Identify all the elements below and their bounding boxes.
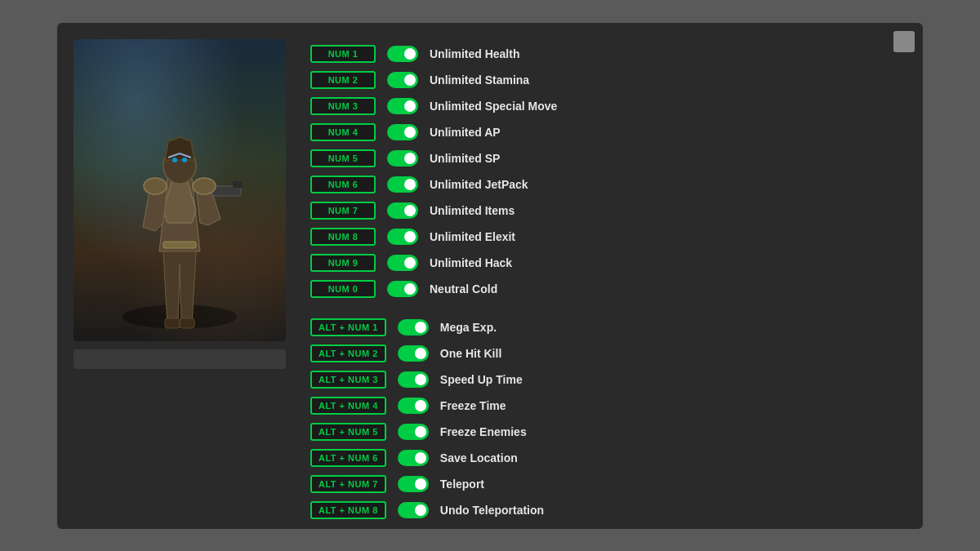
cheat-row: NUM 0 Neutral Cold xyxy=(310,278,906,300)
toggle-switch[interactable] xyxy=(387,124,418,140)
toggle-switch[interactable] xyxy=(398,371,429,388)
cheat-row: ALT + NUM 5 Freeze Enemies xyxy=(310,421,906,443)
key-badge[interactable]: ALT + NUM 5 xyxy=(310,423,386,441)
key-badge[interactable]: NUM 5 xyxy=(310,149,376,167)
cheat-row: NUM 9 Unlimited Hack xyxy=(310,252,906,274)
cheat-row: ALT + NUM 1 Mega Exp. xyxy=(310,317,906,339)
cheat-label: Unlimited Stamina xyxy=(430,73,529,87)
alt-cheats-section: ALT + NUM 1 Mega Exp. ALT + NUM 2 One Hi… xyxy=(310,317,906,522)
toggle-switch[interactable] xyxy=(387,229,418,245)
cheat-label: Freeze Enemies xyxy=(440,425,527,438)
cheat-row: NUM 5 Unlimited SP xyxy=(310,148,906,170)
toggle-switch[interactable] xyxy=(387,176,418,193)
svg-point-18 xyxy=(182,158,187,162)
cheat-row: NUM 1 Unlimited Health xyxy=(310,43,906,65)
toggle-switch[interactable] xyxy=(398,319,429,335)
key-badge[interactable]: NUM 3 xyxy=(310,97,376,115)
cheat-label: Freeze Time xyxy=(440,399,506,412)
toggle-switch[interactable] xyxy=(398,398,429,414)
cheat-row: ALT + NUM 7 Teleport xyxy=(310,473,906,495)
num-cheats-section: NUM 1 Unlimited Health NUM 2 Unlimited S… xyxy=(310,43,906,300)
svg-rect-12 xyxy=(165,318,180,328)
key-badge[interactable]: ALT + NUM 4 xyxy=(310,397,386,415)
key-badge[interactable]: ALT + NUM 2 xyxy=(310,344,386,362)
cheat-label: Unlimited JetPack xyxy=(430,178,528,191)
cheat-label: Unlimited Hack xyxy=(430,256,512,269)
key-badge[interactable]: ALT + NUM 7 xyxy=(310,475,386,493)
toggle-switch[interactable] xyxy=(387,150,418,167)
game-cover-image xyxy=(74,39,286,341)
toggle-switch[interactable] xyxy=(398,476,429,492)
cheat-row: ALT + NUM 2 One Hit Kill xyxy=(310,343,906,365)
key-badge[interactable]: NUM 1 xyxy=(310,45,376,63)
key-badge[interactable]: NUM 9 xyxy=(310,254,376,272)
key-badge[interactable]: ALT + NUM 3 xyxy=(310,371,386,389)
svg-rect-13 xyxy=(180,318,194,328)
cheat-label: Unlimited SP xyxy=(430,152,500,165)
cheat-label: Mega Exp. xyxy=(440,321,497,334)
key-badge[interactable]: ALT + NUM 1 xyxy=(310,318,386,336)
character-illustration xyxy=(106,104,253,333)
cheat-label: Speed Up Time xyxy=(440,373,523,386)
cheat-row: ALT + NUM 4 Freeze Time xyxy=(310,395,906,417)
key-badge[interactable]: NUM 6 xyxy=(310,176,376,193)
toggle-switch[interactable] xyxy=(398,502,429,518)
left-panel xyxy=(74,39,286,513)
toggle-switch[interactable] xyxy=(387,281,418,297)
svg-point-14 xyxy=(144,178,167,194)
cheat-row: ALT + NUM 8 Undo Teleportation xyxy=(310,500,906,522)
cheat-label: One Hit Kill xyxy=(440,347,501,360)
cheat-row: ALT + NUM 6 Save Location xyxy=(310,447,906,469)
cheat-row: NUM 2 Unlimited Stamina xyxy=(310,69,906,91)
cheat-label: Unlimited Health xyxy=(430,47,519,60)
cheat-row: NUM 4 Unlimited AP xyxy=(310,122,906,144)
cheat-row: NUM 3 Unlimited Special Move xyxy=(310,96,906,118)
cheat-label: Teleport xyxy=(440,478,484,491)
toggle-switch[interactable] xyxy=(387,255,418,271)
toggle-switch[interactable] xyxy=(398,450,429,466)
toggle-switch[interactable] xyxy=(398,345,429,362)
toggle-switch[interactable] xyxy=(387,72,418,88)
cheat-label: Unlimited AP xyxy=(430,126,501,139)
svg-rect-16 xyxy=(163,242,196,248)
key-badge[interactable]: NUM 0 xyxy=(310,280,376,298)
svg-point-17 xyxy=(172,158,177,162)
close-button[interactable] xyxy=(893,31,915,52)
key-badge[interactable]: NUM 2 xyxy=(310,71,376,89)
key-badge[interactable]: ALT + NUM 8 xyxy=(310,501,386,519)
cheat-label: Unlimited Elexit xyxy=(430,230,515,243)
cheat-row: NUM 7 Unlimited Items xyxy=(310,200,906,222)
key-badge[interactable]: NUM 7 xyxy=(310,202,376,220)
key-badge[interactable]: NUM 4 xyxy=(310,123,376,141)
svg-rect-10 xyxy=(233,181,243,188)
toggle-switch[interactable] xyxy=(387,98,418,114)
toggle-switch[interactable] xyxy=(387,46,418,62)
key-badge[interactable]: ALT + NUM 6 xyxy=(310,449,386,467)
cheat-label: Unlimited Items xyxy=(430,204,514,217)
trainer-modal: NUM 1 Unlimited Health NUM 2 Unlimited S… xyxy=(57,23,923,529)
cheat-label: Save Location xyxy=(440,451,518,464)
cheat-label: Undo Teleportation xyxy=(440,504,544,517)
trainer-label xyxy=(74,349,286,369)
key-badge[interactable]: NUM 8 xyxy=(310,228,376,246)
cheat-row: NUM 6 Unlimited JetPack xyxy=(310,174,906,196)
cheat-row: ALT + NUM 3 Speed Up Time xyxy=(310,369,906,391)
svg-point-15 xyxy=(193,178,216,194)
right-panel: NUM 1 Unlimited Health NUM 2 Unlimited S… xyxy=(310,39,906,513)
cheat-label: Neutral Cold xyxy=(430,282,497,295)
toggle-switch[interactable] xyxy=(387,202,418,219)
cheat-row: NUM 8 Unlimited Elexit xyxy=(310,226,906,248)
cheat-label: Unlimited Special Move xyxy=(430,100,557,113)
toggle-switch[interactable] xyxy=(398,424,429,440)
